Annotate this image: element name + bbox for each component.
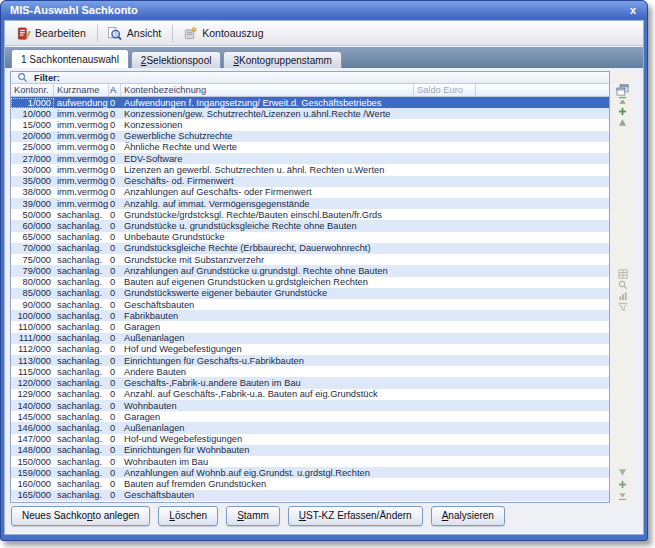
table-row[interactable]: 160/000sachanlag.0Bauten auf fremden Gru… xyxy=(11,478,609,489)
table-row[interactable]: 111/000sachanlag.0Außenanlagen xyxy=(11,333,609,344)
tab-3-kontogruppenstamm[interactable]: 3 Kontogruppenstamm xyxy=(223,51,341,68)
table-row[interactable]: 165/000sachanlag.0Geschäftsbauten xyxy=(11,490,609,501)
filter-funnel-icon[interactable] xyxy=(616,301,629,312)
table-row[interactable]: 90/000sachanlag.0Geschäftsbauten xyxy=(11,299,609,310)
move-down-icon[interactable] xyxy=(616,467,629,478)
cell-a: 0 xyxy=(109,333,121,343)
cell-kontonr: 113/000 xyxy=(11,356,54,366)
column-chooser-icon[interactable] xyxy=(616,84,629,95)
cell-a: 0 xyxy=(109,412,121,422)
column-header-a[interactable]: A xyxy=(109,84,121,96)
cell-a: 0 xyxy=(109,457,121,467)
table-row[interactable]: 10/000imm.vermög0Konzessionen/gew. Schut… xyxy=(11,108,609,119)
table-row[interactable]: 148/000sachanlag.0Einrichtungen für Wohn… xyxy=(11,445,609,456)
table-row[interactable]: 79/000sachanlag.0Anzahlungen auf Grundst… xyxy=(11,265,609,276)
column-header-label: Saldo Euro xyxy=(417,85,463,95)
column-header-kontenbezeichnung[interactable]: Kontenbezeichnung xyxy=(121,84,414,96)
cell-kontenbezeichnung: Konzessionen/gew. Schutzrechte/Lizenzen … xyxy=(121,109,414,119)
table-row[interactable]: 65/000sachanlag.0Unbebaute Grundstücke xyxy=(11,232,609,243)
column-header-label: Kurzname xyxy=(57,85,99,95)
table-row[interactable]: 150/000sachanlag.0Wohnbauten im Bau xyxy=(11,456,609,467)
table-row[interactable]: 27/000imm.vermög0EDV-Software xyxy=(11,153,609,164)
cell-kurzname: sachanlag. xyxy=(54,322,109,332)
grid-view-icon[interactable] xyxy=(616,268,629,279)
cell-a: 0 xyxy=(109,109,121,119)
cell-kontenbezeichnung: Bauten auf eigenen Grundstücken u.grdstg… xyxy=(121,277,414,287)
table-row[interactable]: 115/000sachanlag.0Andere Bauten xyxy=(11,366,609,377)
cell-kontenbezeichnung: Fabrikbauten xyxy=(121,311,414,321)
table-row[interactable]: 100/000sachanlag.0Fabrikbauten xyxy=(11,310,609,321)
cell-kurzname: sachanlag. xyxy=(54,479,109,489)
table-row[interactable]: 145/000sachanlag.0Garagen xyxy=(11,411,609,422)
table-row[interactable]: 35/000imm.vermög0Geschäfts- od. Firmenwe… xyxy=(11,176,609,187)
toolbar-button-ansicht[interactable]: Ansicht xyxy=(102,23,168,43)
table-row[interactable]: 140/000sachanlag.0Wohnbauten xyxy=(11,400,609,411)
stamm-button[interactable]: Stamm xyxy=(226,506,280,526)
neues-sachkonto-anlegen-button[interactable]: Neues Sachkonto anlegen xyxy=(11,506,150,526)
cell-kontonr: 111/000 xyxy=(11,333,54,343)
goto-first-row-icon[interactable] xyxy=(616,95,629,106)
table-row[interactable]: 20/000imm.vermög0Gewerbliche Schutzrecht… xyxy=(11,131,609,142)
toolbar-button-bearbeiten[interactable]: Bearbeiten xyxy=(10,23,93,43)
toolbar-button-kontoauszug[interactable]: Kontoauszug xyxy=(177,23,270,43)
cell-kontonr: 79/000 xyxy=(11,266,54,276)
table-row[interactable]: 113/000sachanlag.0Einrichtungen für Gesc… xyxy=(11,355,609,366)
cell-a: 0 xyxy=(109,389,121,399)
cell-a: 0 xyxy=(109,423,121,433)
table-row[interactable]: 60/000sachanlag.0Grundstücke u. grundstü… xyxy=(11,220,609,231)
ust-kz-erfassen-ndern-button[interactable]: UST-KZ Erfassen/Ändern xyxy=(288,506,423,526)
filter-row[interactable]: Filter: xyxy=(11,72,609,84)
table-row[interactable]: 75/000sachanlag.0Grundstücke mit Substan… xyxy=(11,254,609,265)
column-header-saldo-euro[interactable]: Saldo Euro xyxy=(414,84,476,96)
cell-kurzname: imm.vermög xyxy=(54,142,109,152)
table-row[interactable]: 30/000imm.vermög0Lizenzen an gewerbl. Sc… xyxy=(11,164,609,175)
add-row-icon[interactable] xyxy=(616,106,629,117)
accounts-grid: Filter: Kontonr. ▼ Kurzname A xyxy=(10,71,610,503)
table-row[interactable]: 120/000sachanlag.0Geschäfts-,Fabrik-u.an… xyxy=(11,377,609,388)
table-row[interactable]: 147/000sachanlag.0Hof-und Wegebefestigun… xyxy=(11,434,609,445)
table-row[interactable]: 129/000sachanlag.0Anzahl. auf Geschäfts-… xyxy=(11,389,609,400)
table-row[interactable]: 85/000sachanlag.0Grundstückswerte eigene… xyxy=(11,288,609,299)
cell-a: 0 xyxy=(109,288,121,298)
tab-1-sachkontenauswahl[interactable]: 1 Sachkontenauswahl xyxy=(11,49,129,68)
cell-kontonr: 147/000 xyxy=(11,434,54,444)
table-row[interactable]: 38/000imm.vermög0Anzahlungen auf Geschäf… xyxy=(11,187,609,198)
cell-kontenbezeichnung: Grundstücke mit Substanzverzehr xyxy=(121,255,414,265)
table-row[interactable]: 15/000imm.vermög0Konzessionen xyxy=(11,119,609,130)
search-small-icon[interactable] xyxy=(616,279,629,290)
cell-kontenbezeichnung: Garagen xyxy=(121,322,414,332)
table-row[interactable]: 112/000sachanlag.0Hof und Wegebefestigun… xyxy=(11,344,609,355)
analysieren-button[interactable]: Analysieren xyxy=(431,506,505,526)
tab-2-selektionspool[interactable]: 2 Selektionspool xyxy=(131,51,222,68)
cell-a: 0 xyxy=(109,142,121,152)
move-up-icon[interactable] xyxy=(616,117,629,128)
chart-icon[interactable] xyxy=(616,290,629,301)
cell-kurzname: sachanlag. xyxy=(54,378,109,388)
cell-kontonr: 27/000 xyxy=(11,154,54,164)
cell-kontonr: 115/000 xyxy=(11,367,54,377)
goto-last-row-icon[interactable] xyxy=(616,491,629,502)
table-row[interactable]: 50/000sachanlag.0Grundstücke/grdstcksgl.… xyxy=(11,209,609,220)
l-schen-button[interactable]: Löschen xyxy=(158,506,218,526)
close-icon[interactable]: x xyxy=(628,4,638,16)
add-row2-icon[interactable] xyxy=(616,479,629,490)
cell-a: 0 xyxy=(109,479,121,489)
cell-kontonr: 90/000 xyxy=(11,300,54,310)
cell-kurzname: sachanlag. xyxy=(54,490,109,500)
cell-kontenbezeichnung: Grundstücke u. grundstücksgleiche Rechte… xyxy=(121,221,414,231)
table-row[interactable]: 80/000sachanlag.0Bauten auf eigenen Grun… xyxy=(11,277,609,288)
cell-a: 0 xyxy=(109,401,121,411)
table-row[interactable]: 159/000sachanlag.0Anzahlungen auf Wohnb.… xyxy=(11,467,609,478)
column-header-kontonr[interactable]: Kontonr. ▼ xyxy=(11,84,54,96)
table-row[interactable]: 146/000sachanlag.0Außenanlagen xyxy=(11,422,609,433)
column-header-kurzname[interactable]: Kurzname xyxy=(54,84,109,96)
cell-a: 0 xyxy=(109,434,121,444)
filter-magnifier-icon xyxy=(17,72,28,83)
table-row[interactable]: 1/000aufwendung0Aufwendungen f. Ingangse… xyxy=(11,97,609,108)
table-row[interactable]: 25/000imm.vermög0Ähnliche Rechte und Wer… xyxy=(11,142,609,153)
table-row[interactable]: 39/000imm.vermög0Anzahlg. auf immat. Ver… xyxy=(11,198,609,209)
cell-kontenbezeichnung: Geschäftsbauten xyxy=(121,300,414,310)
cell-kontenbezeichnung: EDV-Software xyxy=(121,154,414,164)
table-row[interactable]: 110/000sachanlag.0Garagen xyxy=(11,321,609,332)
table-row[interactable]: 70/000sachanlag.0Grundstücksgleiche Rech… xyxy=(11,243,609,254)
